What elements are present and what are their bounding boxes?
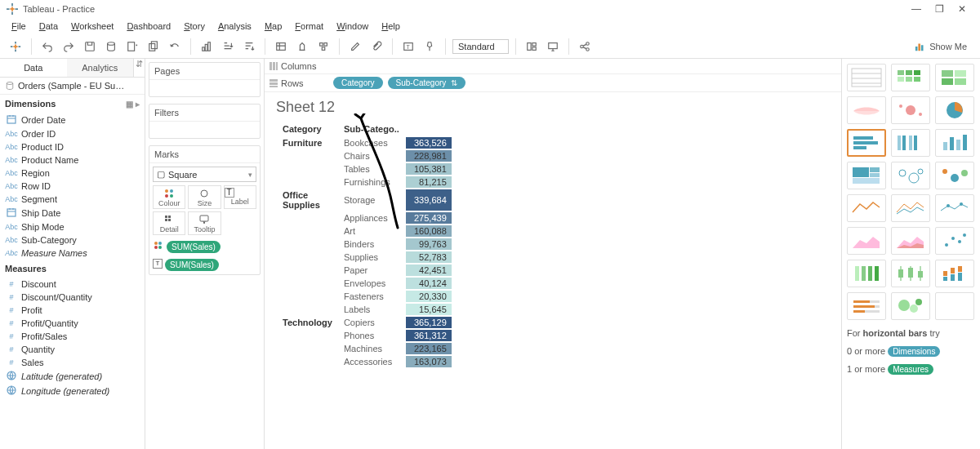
dimension-field[interactable]: Ship Date [0,206,145,220]
share-icon[interactable] [576,38,594,56]
new-worksheet-icon[interactable] [123,38,141,56]
tooltip-cell[interactable]: Tooltip [188,211,220,235]
save-icon[interactable] [81,38,99,56]
chart-thumb[interactable] [847,96,886,124]
menu-map[interactable]: Map [258,20,288,33]
table-row[interactable]: Art160,088 [278,225,452,237]
dimension-field[interactable]: AbcProduct ID [0,140,145,153]
table-row[interactable]: Tables105,381 [278,163,452,175]
chart-thumb[interactable] [891,162,930,189]
show-cards-icon[interactable] [523,38,541,56]
dimension-field[interactable]: AbcRegion [0,167,145,180]
chart-thumb[interactable] [847,64,886,91]
pill-sub-category[interactable]: Sub-Category⇅ [388,77,466,89]
chart-thumb[interactable] [847,194,886,222]
table-row[interactable]: Chairs228,981 [278,150,452,162]
table-row[interactable]: FurnitureBookcases363,526 [278,137,452,149]
mark-type-dropdown[interactable]: ▢ Square ▾ [153,167,256,182]
table-row[interactable]: Paper42,451 [278,265,452,276]
dimension-field[interactable]: AbcProduct Name [0,153,145,167]
chart-thumb[interactable] [935,292,974,320]
size-cell[interactable]: Size [188,185,220,209]
sort-asc-icon[interactable] [219,38,237,56]
menu-story[interactable]: Story [177,20,212,33]
totals-icon[interactable] [272,38,290,56]
measure-field[interactable]: Longitude (generated) [0,384,145,398]
table-row[interactable]: Envelopes40,124 [278,278,452,289]
filters-card[interactable]: Filters [149,104,261,139]
show-me-button[interactable]: Show Me [908,41,973,52]
dimension-field[interactable]: AbcRow ID [0,180,145,193]
format-icon[interactable] [346,38,364,56]
dimension-field[interactable]: AbcSegment [0,193,145,206]
datasource-item[interactable]: Orders (Sample - EU Su… [0,78,145,95]
duplicate-icon[interactable] [145,38,163,56]
menu-format[interactable]: Format [288,20,330,33]
dimension-field[interactable]: Order Date [0,113,145,127]
group-icon[interactable] [314,38,332,56]
chart-thumb[interactable] [891,292,930,320]
menu-analysis[interactable]: Analysis [212,20,258,33]
chart-thumb[interactable] [935,162,974,189]
chart-thumb[interactable] [935,260,974,287]
table-row[interactable]: Labels15,645 [278,304,452,315]
menu-dashboard[interactable]: Dashboard [120,20,177,33]
color-pill-sum-sales[interactable]: SUM(Sales) [167,241,220,253]
table-row[interactable]: Appliances275,439 [278,212,452,224]
pin-icon[interactable] [421,38,439,56]
chart-thumb[interactable] [847,162,886,189]
view-mode-icon[interactable]: ▦ ▸ [126,100,140,109]
chart-thumb[interactable] [891,227,930,255]
chart-thumb[interactable] [891,96,930,124]
tab-analytics[interactable]: Analytics [67,59,134,77]
dimension-field[interactable]: AbcMeasure Names [0,247,145,260]
columns-shelf[interactable]: Columns [265,59,841,74]
dimension-field[interactable]: AbcSub-Category [0,233,145,247]
chart-thumb[interactable] [847,129,886,157]
dimension-field[interactable]: AbcOrder ID [0,127,145,140]
table-row[interactable]: OfficeSuppliesStorage339,684 [278,189,452,211]
menu-window[interactable]: Window [330,20,375,33]
chart-thumb[interactable] [847,227,886,255]
fit-dropdown[interactable]: Standard [452,39,509,54]
new-datasource-icon[interactable] [102,38,120,56]
dimension-field[interactable]: AbcShip Mode [0,220,145,233]
highlight-table[interactable]: Category Sub-Catego.. FurnitureBookcases… [276,121,453,369]
tableau-logo-small-icon[interactable] [7,38,24,56]
tab-data[interactable]: Data [0,59,67,77]
rows-shelf[interactable]: Rows Category Sub-Category⇅ [265,74,841,92]
menu-help[interactable]: Help [375,20,407,33]
table-row[interactable]: Furnishings81,215 [278,176,452,188]
color-cell[interactable]: Colour [153,185,185,209]
measure-field[interactable]: #Quantity [0,343,145,356]
chart-thumb[interactable] [935,96,974,124]
attach-icon[interactable] [368,38,385,56]
label-icon[interactable]: T [399,38,417,56]
swap-icon[interactable] [198,38,216,56]
highlight-icon[interactable] [293,38,311,56]
redo-icon[interactable] [60,38,78,56]
measure-field[interactable]: #Profit [0,304,145,317]
table-row[interactable]: TechnologyCopiers365,129 [278,317,452,328]
chart-thumb[interactable] [891,260,930,287]
measure-field[interactable]: #Profit/Quantity [0,317,145,330]
pages-card[interactable]: Pages [149,62,261,97]
presentation-icon[interactable] [544,38,562,56]
menu-file[interactable]: File [5,20,33,33]
detail-cell[interactable]: Detail [153,211,185,235]
measure-field[interactable]: #Discount [0,278,145,291]
table-row[interactable]: Supplies52,783 [278,251,452,263]
undo-icon[interactable] [38,38,56,56]
table-row[interactable]: Phones361,312 [278,330,452,341]
chart-thumb[interactable] [935,227,974,255]
chart-thumb[interactable] [847,260,886,287]
table-row[interactable]: Machines223,165 [278,343,452,354]
table-row[interactable]: Binders99,763 [278,238,452,250]
sort-toggle-icon[interactable]: ⇵ [133,59,145,77]
measure-field[interactable]: #Sales [0,356,145,369]
chart-thumb[interactable] [891,194,930,222]
chart-thumb[interactable] [891,64,930,91]
menu-data[interactable]: Data [33,20,65,33]
sort-desc-icon[interactable] [240,38,258,56]
chart-thumb[interactable] [847,292,886,320]
